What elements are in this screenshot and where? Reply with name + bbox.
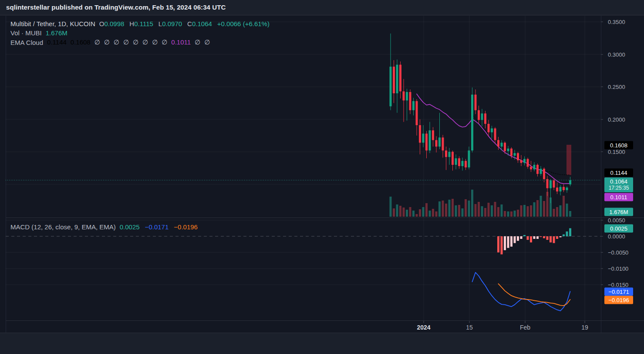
price-axis-label: 0.3000 — [608, 51, 625, 58]
time-axis-label: 15 — [466, 324, 473, 331]
snapshot-header-bar: sqlinterstellar published on TradingView… — [0, 0, 644, 15]
macd-values: 0.0025−0.0171−0.0196 — [120, 223, 198, 231]
ema-cloud-value: 0.1144 — [47, 38, 67, 46]
volume-value: 1.676M — [46, 29, 67, 37]
chart-area[interactable] — [0, 16, 644, 333]
symbol-title: Multibit / Tether, 1D, KUCOIN — [10, 20, 95, 27]
ohlc-value: C0.1064 — [187, 20, 212, 27]
price-axis-label: 0.2000 — [608, 116, 625, 123]
volume-label: Vol · MUBI — [10, 29, 42, 37]
badge-value: 0.1064 — [604, 178, 633, 185]
badge-value: −0.0171 — [604, 289, 633, 295]
ohlc-value: L0.0970 — [158, 20, 182, 27]
macd-legend[interactable]: MACD (12, 26, close, 9, EMA, EMA) 0.0025… — [10, 223, 198, 231]
price-axis-label: 0.1500 — [608, 149, 625, 155]
time-axis-label: 2024 — [417, 324, 430, 331]
price-axis-label: 0.0050 — [608, 217, 625, 224]
price-axis-label: −0.0150 — [608, 282, 628, 288]
price-axis-label: −0.0100 — [608, 266, 628, 272]
badge-countdown: 17:25:35 — [604, 185, 633, 191]
axis-price-badge: 1.676M — [604, 208, 633, 216]
ema-cloud-value: ∅ — [152, 38, 158, 46]
ohlc-change: +0.0066 (+6.61%) — [217, 20, 270, 27]
ema-cloud-values: 0.11440.1608∅∅∅∅∅∅∅∅0.1011∅∅ — [47, 38, 210, 46]
price-axis-separator — [601, 16, 601, 333]
ohlc-value: H0.1115 — [129, 20, 153, 27]
ema-cloud-value: ∅ — [104, 38, 110, 46]
ohlc-key: O — [99, 20, 105, 27]
ohlc-num: 0.0998 — [104, 20, 124, 27]
time-axis-label: Feb — [520, 324, 530, 331]
macd-value: −0.0171 — [145, 223, 169, 231]
ema-cloud-value: ∅ — [204, 38, 210, 46]
badge-value: 0.1144 — [604, 170, 633, 176]
badge-value: 0.0025 — [604, 225, 633, 232]
ema-cloud-value: ∅ — [94, 38, 100, 46]
ohlc-value: O0.0998 — [99, 20, 125, 27]
ema-cloud-label: EMA Cloud — [10, 39, 43, 46]
ohlc-key: C — [187, 20, 192, 27]
ema-cloud-value: 0.1011 — [171, 38, 191, 46]
axis-price-badge: 0.1144 — [604, 169, 633, 177]
price-axis-label: −0.0050 — [608, 249, 628, 256]
badge-value: 0.1011 — [604, 194, 633, 201]
symbol-legend[interactable]: Multibit / Tether, 1D, KUCOIN O0.0998H0.… — [10, 20, 270, 27]
ema-cloud-value: ∅ — [123, 38, 129, 46]
axis-price-badge: 0.106417:25:35 — [604, 177, 633, 192]
ohlc-key: L — [158, 20, 162, 27]
time-axis-label: 19 — [581, 324, 588, 331]
ema-cloud-value: ∅ — [162, 38, 167, 46]
price-axis-label: 0.0000 — [608, 233, 625, 240]
ema-cloud-value: ∅ — [133, 38, 138, 46]
axis-price-badge: 0.1011 — [604, 193, 633, 201]
badge-value: −0.0196 — [604, 297, 633, 303]
badge-value: 1.676M — [604, 209, 633, 215]
pane-separator — [6, 218, 644, 218]
ema-cloud-value: 0.1608 — [71, 38, 91, 46]
axis-price-badge: −0.0196 — [604, 296, 633, 304]
ema-cloud-value: ∅ — [142, 38, 148, 46]
ohlc-num: 0.0970 — [162, 20, 182, 27]
tradingview-snapshot: sqlinterstellar published on TradingView… — [0, 0, 644, 354]
time-axis-separator — [6, 320, 644, 321]
ema-cloud-value: ∅ — [195, 38, 200, 46]
macd-value: 0.0025 — [120, 223, 140, 231]
footer-bar: TradingView — [0, 333, 644, 354]
macd-label: MACD (12, 26, close, 9, EMA, EMA) — [10, 223, 116, 231]
ohlc-num: 0.1064 — [192, 20, 212, 27]
macd-value: −0.0196 — [174, 223, 198, 231]
axis-price-badge: −0.0171 — [604, 288, 633, 296]
published-line: sqlinterstellar published on TradingView… — [6, 3, 226, 11]
price-axis-label: 0.3500 — [608, 19, 625, 25]
axis-price-badge: 0.1608 — [604, 141, 633, 150]
ohlc-num: 0.1115 — [134, 20, 153, 27]
axis-price-badge: 0.0025 — [604, 225, 633, 233]
price-axis-label: 0.2500 — [608, 84, 625, 90]
ohlc-values: O0.0998H0.1115L0.0970C0.1064+0.0066 (+6.… — [99, 20, 270, 27]
ema-cloud-legend[interactable]: EMA Cloud 0.11440.1608∅∅∅∅∅∅∅∅0.1011∅∅ — [10, 38, 210, 46]
ohlc-key: H — [129, 20, 134, 27]
ema-cloud-value: ∅ — [114, 38, 119, 46]
plot-left-border — [6, 16, 6, 333]
volume-legend[interactable]: Vol · MUBI 1.676M — [10, 29, 67, 37]
badge-value: 0.1608 — [604, 142, 633, 149]
